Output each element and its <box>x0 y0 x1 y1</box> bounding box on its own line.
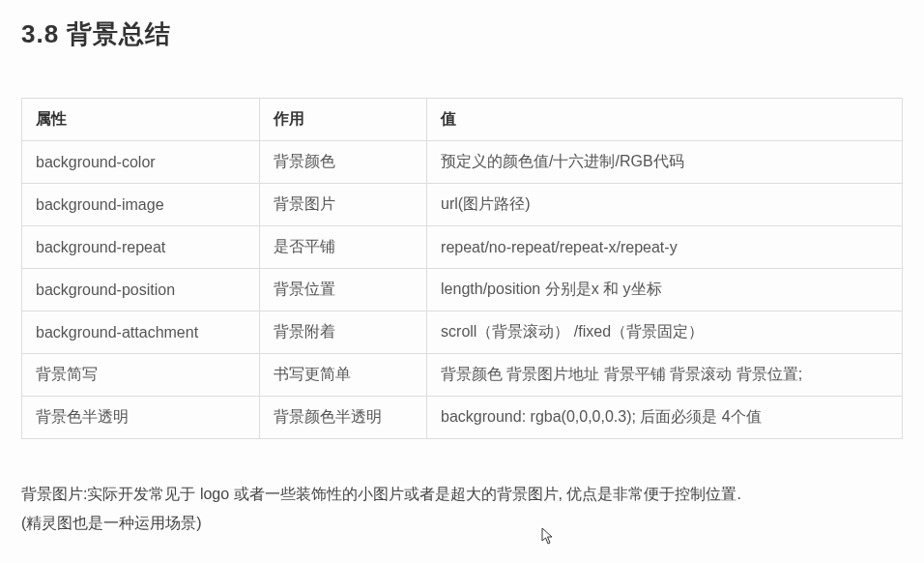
table-header-row: 属性 作用 值 <box>22 99 903 141</box>
cell-role: 背景附着 <box>259 311 426 354</box>
cell-value: repeat/no-repeat/repeat-x/repeat-y <box>427 226 903 269</box>
footnote: 背景图片:实际开发常见于 logo 或者一些装饰性的小图片或者是超大的背景图片,… <box>21 480 903 539</box>
table-row: background-image 背景图片 url(图片路径) <box>22 184 903 226</box>
cell-value: length/position 分别是x 和 y坐标 <box>427 269 903 311</box>
cell-value: scroll（背景滚动） /fixed（背景固定） <box>427 311 903 354</box>
th-property: 属性 <box>22 99 260 141</box>
cell-property: background-color <box>22 141 260 184</box>
cell-role: 背景颜色 <box>259 141 426 184</box>
cell-value: background: rgba(0,0,0,0.3); 后面必须是 4个值 <box>427 397 903 439</box>
footnote-line1: 背景图片:实际开发常见于 logo 或者一些装饰性的小图片或者是超大的背景图片,… <box>21 486 741 502</box>
cell-value: url(图片路径) <box>427 184 903 226</box>
th-value: 值 <box>427 99 903 141</box>
table-row: 背景简写 书写更简单 背景颜色 背景图片地址 背景平铺 背景滚动 背景位置; <box>22 354 903 397</box>
cell-role: 书写更简单 <box>259 354 426 397</box>
th-role: 作用 <box>259 99 426 141</box>
background-summary-table: 属性 作用 值 background-color 背景颜色 预定义的颜色值/十六… <box>21 98 903 439</box>
table-row: background-color 背景颜色 预定义的颜色值/十六进制/RGB代码 <box>22 141 903 184</box>
table-row: background-position 背景位置 length/position… <box>22 269 903 311</box>
footnote-line2: (精灵图也是一种运用场景) <box>21 515 202 531</box>
cell-role: 背景颜色半透明 <box>259 397 426 439</box>
cell-value: 背景颜色 背景图片地址 背景平铺 背景滚动 背景位置; <box>427 354 903 397</box>
cell-property: 背景色半透明 <box>22 397 260 439</box>
cell-role: 背景位置 <box>259 269 426 311</box>
cell-property: background-attachment <box>22 311 260 354</box>
cell-value: 预定义的颜色值/十六进制/RGB代码 <box>427 141 903 184</box>
cell-property: background-position <box>22 269 260 311</box>
cell-property: background-image <box>22 184 260 226</box>
cell-role: 背景图片 <box>259 184 426 226</box>
cell-property: 背景简写 <box>22 354 260 397</box>
cell-role: 是否平铺 <box>259 226 426 269</box>
section-heading: 3.8 背景总结 <box>21 17 903 51</box>
table-row: background-attachment 背景附着 scroll（背景滚动） … <box>22 311 903 354</box>
cell-property: background-repeat <box>22 226 260 269</box>
table-row: background-repeat 是否平铺 repeat/no-repeat/… <box>22 226 903 269</box>
table-row: 背景色半透明 背景颜色半透明 background: rgba(0,0,0,0.… <box>22 397 903 439</box>
